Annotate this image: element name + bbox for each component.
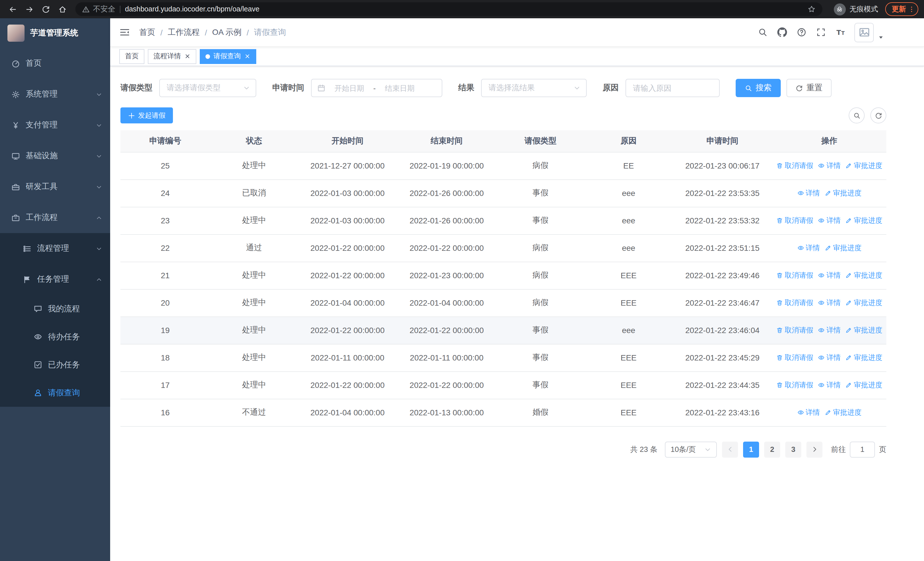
action-progress-link[interactable]: 审批进度 (845, 161, 882, 171)
action-cancel-link[interactable]: 取消请假 (776, 353, 813, 363)
sidebar-item-leave-query[interactable]: 请假查询 (0, 379, 110, 407)
action-label: 取消请假 (785, 216, 813, 226)
sidebar-item-devtools[interactable]: 研发工具 (0, 171, 110, 202)
browser-menu-icon[interactable] (908, 6, 915, 13)
action-progress-link[interactable]: 审批进度 (845, 353, 882, 363)
action-detail-link[interactable]: 详情 (818, 161, 841, 171)
bookmark-star-icon[interactable] (807, 5, 815, 13)
close-icon[interactable] (184, 53, 190, 59)
sidebar-item-my-process[interactable]: 我的流程 (0, 295, 110, 323)
leave-type-select[interactable]: 请选择请假类型 (159, 79, 256, 97)
action-detail-link[interactable]: 详情 (818, 353, 841, 363)
result-select[interactable]: 请选择流结果 (481, 79, 587, 97)
toggle-search-button[interactable] (849, 107, 865, 123)
logo[interactable]: 芋道管理系统 (0, 18, 110, 48)
sidebar-item-home[interactable]: 首页 (0, 48, 110, 79)
pagination-page-3[interactable]: 3 (785, 441, 801, 457)
search-button[interactable]: 搜索 (736, 79, 781, 97)
sidebar-item-done-tasks[interactable]: 已办任务 (0, 351, 110, 379)
trash-icon (776, 162, 783, 169)
navbar-font-size-icon[interactable]: TT (836, 27, 845, 37)
sidebar-item-task-mgmt[interactable]: 任务管理 (0, 264, 110, 295)
date-range-picker[interactable]: - (311, 79, 442, 97)
browser-back-button[interactable] (6, 2, 20, 16)
browser-forward-button[interactable] (22, 2, 36, 16)
refresh-button[interactable] (870, 107, 886, 123)
url-bar[interactable]: 不安全 dashboard.yudao.iocoder.cn/bpm/oa/le… (75, 2, 822, 16)
sidebar-toggle-button[interactable] (119, 27, 130, 38)
goto-page-input[interactable] (850, 441, 875, 457)
action-label: 审批进度 (854, 381, 882, 390)
breadcrumb-item[interactable]: 工作流程 (168, 27, 200, 38)
action-progress-link[interactable]: 审批进度 (845, 326, 882, 335)
end-date-input[interactable] (378, 84, 422, 92)
sidebar-item-process-mgmt[interactable]: 流程管理 (0, 233, 110, 264)
pagination-prev-button[interactable] (722, 441, 738, 457)
action-cancel-link[interactable]: 取消请假 (776, 381, 813, 390)
tab-process-detail[interactable]: 流程详情 (148, 49, 196, 64)
action-cancel-link[interactable]: 取消请假 (776, 216, 813, 226)
navbar-fullscreen-icon[interactable] (816, 27, 826, 37)
browser-reload-button[interactable] (39, 2, 53, 16)
tab-label: 流程详情 (153, 51, 181, 61)
action-label: 详情 (826, 271, 841, 281)
tab-home[interactable]: 首页 (119, 49, 144, 64)
user-menu[interactable] (854, 23, 884, 42)
breadcrumb-item[interactable]: OA 示例 (212, 27, 242, 38)
action-detail-link[interactable]: 详情 (818, 271, 841, 281)
action-progress-link[interactable]: 审批进度 (824, 244, 861, 253)
action-progress-link[interactable]: 审批进度 (824, 188, 861, 198)
security-chip[interactable]: 不安全 (82, 4, 115, 14)
navbar-help-icon[interactable] (797, 27, 806, 37)
action-cancel-link[interactable]: 取消请假 (776, 298, 813, 308)
action-cancel-link[interactable]: 取消请假 (776, 271, 813, 281)
sidebar-item-payment[interactable]: 支付管理 (0, 110, 110, 141)
sidebar-item-infra[interactable]: 基础设施 (0, 141, 110, 171)
pagination-page-2[interactable]: 2 (764, 441, 780, 457)
cell-leave-type: 婚假 (496, 399, 585, 426)
sidebar-item-workflow[interactable]: 工作流程 (0, 202, 110, 233)
page-content: 请假类型 请选择请假类型 申请时间 - (110, 66, 924, 561)
action-detail-link[interactable]: 详情 (818, 326, 841, 335)
action-progress-link[interactable]: 审批进度 (845, 381, 882, 390)
action-progress-link[interactable]: 审批进度 (845, 271, 882, 281)
edit-icon (845, 162, 852, 169)
cell-end-time: 2022-01-04 00:00:00 (397, 289, 496, 316)
incognito-icon (834, 3, 846, 15)
action-detail-link[interactable]: 详情 (818, 381, 841, 390)
action-detail-link[interactable]: 详情 (797, 244, 820, 253)
start-date-input[interactable] (328, 84, 371, 92)
reset-button[interactable]: 重置 (786, 79, 831, 97)
close-icon[interactable] (244, 53, 250, 59)
cell-actions: 取消请假详情审批进度 (772, 152, 886, 179)
page-size-select[interactable]: 10条/页 (665, 441, 717, 457)
cell-actions: 取消请假详情审批进度 (772, 371, 886, 399)
action-progress-link[interactable]: 审批进度 (845, 216, 882, 226)
action-progress-link[interactable]: 审批进度 (824, 408, 861, 418)
cell-end-time: 2022-01-22 00:00:00 (397, 371, 496, 399)
action-cancel-link[interactable]: 取消请假 (776, 161, 813, 171)
tab-leave-query[interactable]: 请假查询 (200, 49, 256, 64)
browser-home-button[interactable] (56, 2, 70, 16)
breadcrumb-item[interactable]: 首页 (139, 27, 155, 38)
action-detail-link[interactable]: 详情 (818, 298, 841, 308)
sidebar-item-system[interactable]: 系统管理 (0, 79, 110, 110)
browser-update-button[interactable]: 更新 (885, 2, 918, 16)
navbar-search-icon[interactable] (758, 27, 768, 37)
sidebar-item-todo-tasks[interactable]: 待办任务 (0, 323, 110, 351)
reason-input[interactable] (626, 79, 720, 97)
action-detail-link[interactable]: 详情 (797, 188, 820, 198)
avatar[interactable] (854, 23, 874, 42)
navbar-github-icon[interactable] (777, 27, 787, 37)
pagination-next-button[interactable] (806, 441, 822, 457)
action-label: 详情 (826, 381, 841, 390)
pagination-page-1[interactable]: 1 (743, 441, 759, 457)
action-cancel-link[interactable]: 取消请假 (776, 326, 813, 335)
range-separator: - (373, 84, 376, 92)
action-detail-link[interactable]: 详情 (818, 216, 841, 226)
cell-no: 16 (120, 399, 210, 426)
create-leave-button[interactable]: 发起请假 (120, 107, 173, 123)
action-progress-link[interactable]: 审批进度 (845, 298, 882, 308)
action-detail-link[interactable]: 详情 (797, 408, 820, 418)
calendar-icon (317, 84, 325, 92)
